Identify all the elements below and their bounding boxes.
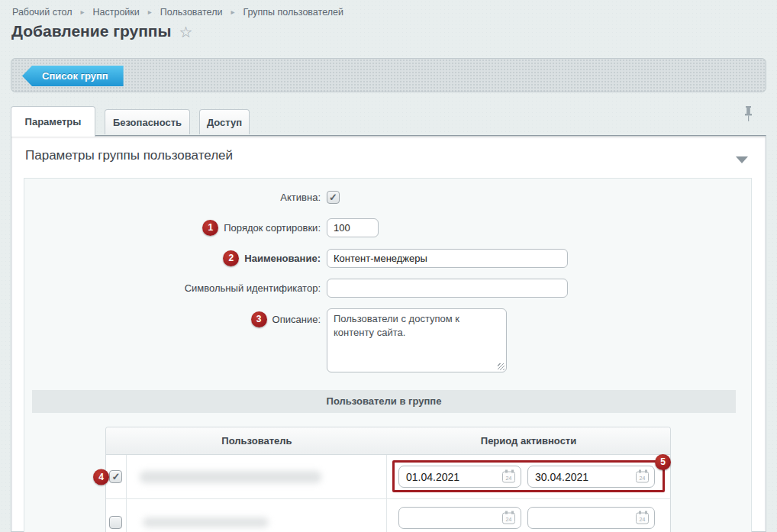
page-title: Добавление группы bbox=[11, 22, 171, 40]
user-name-redacted bbox=[140, 471, 321, 483]
users-table: Пользователь Период активности 4 ✓ 5 bbox=[105, 427, 671, 532]
tab-content-panel: Параметры группы пользователей Активна: … bbox=[11, 135, 766, 532]
sort-order-label: Порядок сортировки: bbox=[224, 222, 321, 234]
user-row-checkbox[interactable]: ✓ bbox=[109, 470, 122, 483]
calendar-icon[interactable]: 24 bbox=[636, 512, 649, 524]
name-label: Наименование: bbox=[244, 253, 321, 264]
code-label: Символьный идентификатор: bbox=[185, 282, 321, 294]
breadcrumb-separator-icon: ▸ bbox=[231, 8, 234, 16]
calendar-icon[interactable]: 24 bbox=[502, 512, 515, 524]
pin-icon[interactable] bbox=[743, 106, 753, 125]
calendar-icon[interactable]: 24 bbox=[636, 471, 649, 482]
users-in-group-header: Пользователи в группе bbox=[32, 390, 736, 413]
page: Рабочий стол ▸ Настройки ▸ Пользователи … bbox=[0, 0, 777, 532]
calendar-icon[interactable]: 24 bbox=[502, 471, 515, 482]
name-input[interactable] bbox=[327, 249, 568, 268]
group-list-button[interactable]: Список групп bbox=[22, 66, 124, 86]
user-column-header: Пользователь bbox=[127, 427, 387, 454]
section-title: Параметры группы пользователей bbox=[25, 148, 233, 163]
active-checkbox[interactable]: ✓ bbox=[327, 191, 340, 204]
form-area: Активна: ✓ 1 Порядок сортировки: bbox=[24, 178, 752, 532]
annotation-badge-5: 5 bbox=[655, 454, 671, 470]
user-name-redacted bbox=[143, 517, 269, 527]
period-column-header: Период активности bbox=[387, 427, 670, 454]
breadcrumb-item-settings[interactable]: Настройки bbox=[93, 7, 140, 18]
breadcrumb-item-desktop[interactable]: Рабочий стол bbox=[12, 7, 72, 18]
description-label: Описание: bbox=[272, 314, 321, 325]
tab-security[interactable]: Безопасность bbox=[105, 109, 190, 134]
checkbox-column-header bbox=[106, 427, 127, 454]
sort-order-input[interactable] bbox=[327, 218, 379, 237]
breadcrumb-item-user-groups[interactable]: Группы пользователей bbox=[243, 7, 343, 18]
users-table-header: Пользователь Период активности bbox=[106, 427, 670, 455]
description-textarea[interactable]: Пользователи с доступом к контенту сайта… bbox=[327, 308, 507, 372]
breadcrumb-item-users[interactable]: Пользователи bbox=[160, 7, 223, 18]
chevron-down-icon[interactable] bbox=[736, 156, 748, 163]
breadcrumb-separator-icon: ▸ bbox=[80, 8, 84, 16]
context-toolbar: Список групп bbox=[11, 58, 766, 92]
annotation-badge-4: 4 bbox=[93, 469, 109, 485]
active-label: Активна: bbox=[280, 192, 321, 203]
annotation-badge-2: 2 bbox=[223, 250, 239, 266]
user-row-checkbox[interactable] bbox=[109, 516, 122, 529]
tab-parameters[interactable]: Параметры bbox=[11, 106, 95, 137]
table-row: 4 ✓ 5 24 bbox=[106, 455, 670, 499]
breadcrumb-separator-icon: ▸ bbox=[148, 8, 152, 16]
code-input[interactable] bbox=[327, 279, 568, 298]
breadcrumb: Рабочий стол ▸ Настройки ▸ Пользователи … bbox=[12, 7, 343, 18]
annotation-badge-1: 1 bbox=[202, 220, 218, 236]
tab-access[interactable]: Доступ bbox=[199, 109, 250, 134]
annotation-badge-3: 3 bbox=[251, 311, 267, 327]
favorite-star-icon[interactable]: ☆ bbox=[179, 24, 192, 40]
table-row: 24 24 bbox=[106, 499, 670, 532]
